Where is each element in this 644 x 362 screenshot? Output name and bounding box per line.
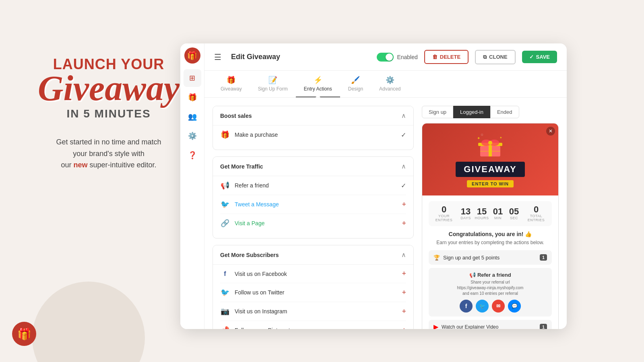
facebook-icon: f <box>220 270 230 278</box>
signup-tab-label: Sign Up Form <box>258 86 288 92</box>
countdown-min: 01 MIN <box>491 207 505 220</box>
hours-label: HOURS <box>475 216 489 220</box>
sections-panel: Boost sales ∧ 🎁 Make a purchase ✓ G <box>213 106 414 321</box>
boost-sales-title: Boost sales <box>220 113 252 119</box>
subscribers-title: Get More Subscribers <box>220 252 279 258</box>
widget-gift: ✦ ✦ ⬡ <box>476 132 504 159</box>
boost-sales-header[interactable]: Boost sales ∧ <box>213 106 413 125</box>
purchase-icon: 🎁 <box>220 130 230 139</box>
enabled-toggle[interactable] <box>377 53 394 62</box>
twitter-label: Follow us on Twitter <box>235 289 397 296</box>
sidebar-item-users[interactable]: 👥 <box>184 108 201 125</box>
action-twitter: 🐦 Follow us on Twitter + <box>220 283 406 302</box>
social-icons-row: f 🐦 ✉ 💬 <box>433 300 547 313</box>
instagram-plus[interactable]: + <box>402 307 406 316</box>
subscribers-header[interactable]: Get More Subscribers ∧ <box>213 245 413 264</box>
tab-design[interactable]: 🖌️ Design <box>340 71 371 97</box>
preview-tab-ended[interactable]: Ended <box>490 106 519 118</box>
entry-tab-label: Entry Actions <box>304 86 332 92</box>
sidebar-item-help[interactable]: ❓ <box>184 146 201 164</box>
youtube-widget-icon: ▶ <box>433 323 438 329</box>
countdown-row: 0 Your entries 13 DAYS 15 HOURS <box>429 201 552 226</box>
preview-tab-signup[interactable]: Sign up <box>422 106 453 118</box>
svg-point-7 <box>488 141 492 145</box>
traffic-header[interactable]: Get More Traffic ∧ <box>213 157 413 176</box>
menu-icon[interactable]: ☰ <box>214 52 221 62</box>
facebook-plus[interactable]: + <box>402 269 406 278</box>
subscribers-chevron: ∧ <box>401 251 406 259</box>
signup-action-row[interactable]: 🏆 Sign up and get 5 points 1 <box>429 250 552 265</box>
social-twitter[interactable]: 🐦 <box>476 300 489 313</box>
ended-preview-label: Ended <box>497 109 512 115</box>
svg-text:✦: ✦ <box>500 136 502 140</box>
your-entries-val: 0 <box>433 205 455 214</box>
instagram-label: Visit us on Instagram <box>235 308 397 315</box>
video-action-row[interactable]: ▶ Watch our Explainer Video 1 <box>429 320 552 329</box>
get-more-traffic-section: Get More Traffic ∧ 📢 Refer a friend ✓ 🐦 … <box>213 156 414 239</box>
social-email[interactable]: ✉ <box>492 300 505 313</box>
clone-button[interactable]: ⧉ CLONE <box>475 50 516 64</box>
min-label: MIN <box>491 216 505 220</box>
signup-tab-icon: 📝 <box>268 76 277 84</box>
tab-signup-form[interactable]: 📝 Sign Up Form <box>250 71 296 97</box>
sidebar-logo: 🎁 <box>184 47 200 64</box>
social-message[interactable]: 💬 <box>508 300 521 313</box>
refer-icon: 📢 <box>220 181 230 190</box>
entry-tab-icon: ⚡ <box>314 76 322 84</box>
bottom-logo: 🎁 <box>12 322 36 346</box>
subscribers-body: f Visit us on Facebook + 🐦 Follow us on … <box>213 264 413 329</box>
days-val: 13 <box>458 207 473 216</box>
sidebar-item-dashboard[interactable]: ⊞ <box>184 69 201 87</box>
help-icon: ❓ <box>188 151 197 160</box>
boost-sales-chevron: ∧ <box>401 112 406 119</box>
countdown-hours: 15 HOURS <box>475 207 489 220</box>
get-more-subscribers-section: Get More Subscribers ∧ f Visit us on Fac… <box>213 245 414 329</box>
widget-close-button[interactable]: ✕ <box>546 127 555 136</box>
hero-description: Get started in no time and match your br… <box>24 136 193 171</box>
advanced-tab-icon: ⚙️ <box>386 76 394 84</box>
congrats-text: Congratulations, you are in! 👍 <box>429 231 552 237</box>
svg-text:⬡: ⬡ <box>481 134 483 136</box>
social-facebook[interactable]: f <box>460 300 473 313</box>
hero-panel: LAUNCH YOUR Giveaway IN 5 MINUTES Get st… <box>24 56 193 171</box>
giveaway-tab-label: Giveaway <box>221 86 242 92</box>
action-pinterest: 📌 Follow us on Pinterest + <box>220 321 406 329</box>
earn-text: Earn your entries by completing the acti… <box>429 240 552 245</box>
hours-val: 15 <box>475 207 489 216</box>
tweet-plus[interactable]: + <box>402 200 406 209</box>
widget-header: ✕ <box>422 123 558 195</box>
facebook-label: Visit us on Facebook <box>235 271 397 277</box>
design-tab-label: Design <box>348 86 363 92</box>
save-icon: ✓ <box>529 54 534 60</box>
video-action-left: ▶ Watch our Explainer Video <box>433 323 498 329</box>
traffic-body: 📢 Refer a friend ✓ 🐦 Tweet a Message + 🔗… <box>213 176 413 238</box>
pinterest-plus[interactable]: + <box>402 326 406 329</box>
delete-button[interactable]: 🗑 DELETE <box>424 50 469 64</box>
refer-check: ✓ <box>401 182 406 189</box>
tweet-label: Tweet a Message <box>235 201 397 208</box>
twitter-icon: 🐦 <box>220 288 230 297</box>
visit-page-label: Visit a Page <box>235 220 397 226</box>
your-entries-label: Your entries <box>433 214 455 222</box>
tab-giveaway[interactable]: 🎁 Giveaway <box>213 71 250 97</box>
sidebar-item-settings[interactable]: ⚙️ <box>184 127 201 145</box>
save-button[interactable]: ✓ SAVE <box>522 51 557 63</box>
preview-tab-loggedin[interactable]: Logged-in <box>453 106 490 118</box>
tab-entry-actions[interactable]: ⚡ Entry Actions <box>296 71 340 97</box>
signup-action-left: 🏆 Sign up and get 5 points <box>433 255 500 261</box>
sidebar-item-gift[interactable]: 🎁 <box>184 88 201 106</box>
design-tab-icon: 🖌️ <box>351 76 360 84</box>
action-visit-page: 🔗 Visit a Page + <box>220 214 406 232</box>
tab-advanced[interactable]: ⚙️ Advanced <box>371 71 409 97</box>
signup-badge: 1 <box>540 254 547 261</box>
twitter-plus[interactable]: + <box>402 288 406 297</box>
gift-icon: 🎁 <box>188 93 197 102</box>
total-label: Total entries <box>524 214 548 222</box>
users-icon: 👥 <box>188 112 197 121</box>
widget-title-text: GIVEAWAY <box>464 164 516 174</box>
visit-page-plus[interactable]: + <box>402 219 406 228</box>
hero-new-text: new <box>73 161 87 169</box>
settings-icon: ⚙️ <box>188 132 197 140</box>
sec-val: 05 <box>507 207 521 216</box>
refer-section[interactable]: 📢 Refer a friend Share your referral url… <box>429 268 552 317</box>
